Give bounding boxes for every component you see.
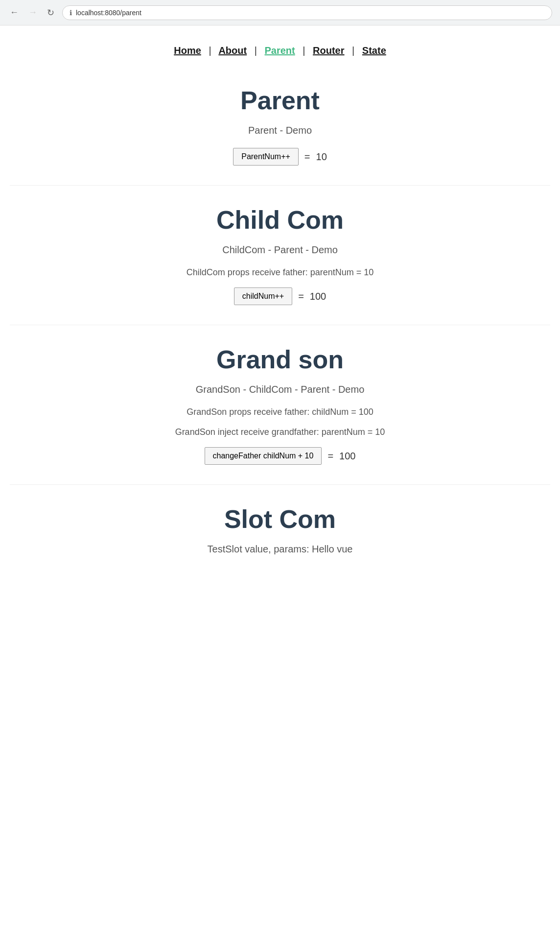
parent-section: Parent Parent - Demo ParentNum++ = 10 [10, 86, 550, 166]
grandson-equals: = [327, 451, 333, 462]
address-bar[interactable]: ℹ localhost:8080/parent [62, 5, 552, 20]
change-father-button[interactable]: changeFather childNum + 10 [205, 447, 322, 465]
back-button[interactable]: ← [8, 5, 21, 20]
parent-subtitle: Parent - Demo [10, 125, 550, 136]
childcom-equals: = [298, 291, 304, 302]
nav-state[interactable]: State [362, 45, 386, 56]
childcom-counter-row: childNum++ = 100 [10, 287, 550, 305]
nav-parent[interactable]: Parent [265, 45, 295, 56]
nav-router[interactable]: Router [313, 45, 344, 56]
childcom-title: Child Com [10, 205, 550, 235]
page-content: Home | About | Parent | Router | State P… [0, 25, 560, 594]
sep-4: | [352, 45, 354, 56]
grandson-counter-row: changeFather childNum + 10 = 100 [10, 447, 550, 465]
forward-button[interactable]: → [26, 5, 39, 20]
nav-home[interactable]: Home [174, 45, 201, 56]
slotcom-title: Slot Com [10, 504, 550, 534]
child-num-button[interactable]: childNum++ [234, 287, 292, 305]
sep-1: | [209, 45, 211, 56]
grandson-title: Grand son [10, 345, 550, 374]
slotcom-section: Slot Com TestSlot value, params: Hello v… [10, 484, 550, 555]
slotcom-subtitle: TestSlot value, params: Hello vue [10, 544, 550, 555]
parent-value: 10 [316, 151, 327, 163]
refresh-button[interactable]: ↻ [45, 5, 56, 20]
grandson-inject: GrandSon inject receive grandfather: par… [10, 427, 550, 437]
childcom-value: 100 [310, 291, 326, 302]
grandson-section: Grand son GrandSon - ChildCom - Parent -… [10, 325, 550, 465]
grandson-value: 100 [339, 451, 355, 462]
browser-chrome: ← → ↻ ℹ localhost:8080/parent [0, 0, 560, 25]
childcom-section: Child Com ChildCom - Parent - Demo Child… [10, 185, 550, 305]
info-icon: ℹ [70, 9, 72, 17]
url-text: localhost:8080/parent [76, 9, 141, 17]
parent-counter-row: ParentNum++ = 10 [10, 148, 550, 166]
childcom-subtitle: ChildCom - Parent - Demo [10, 244, 550, 256]
parent-num-button[interactable]: ParentNum++ [233, 148, 299, 166]
nav-about[interactable]: About [218, 45, 247, 56]
grandson-props: GrandSon props receive father: childNum … [10, 407, 550, 417]
sep-2: | [255, 45, 257, 56]
parent-title: Parent [10, 86, 550, 115]
grandson-subtitle: GrandSon - ChildCom - Parent - Demo [10, 384, 550, 395]
nav-bar: Home | About | Parent | Router | State [10, 45, 550, 56]
parent-equals: = [304, 151, 310, 163]
childcom-props: ChildCom props receive father: parentNum… [10, 267, 550, 278]
sep-3: | [303, 45, 305, 56]
